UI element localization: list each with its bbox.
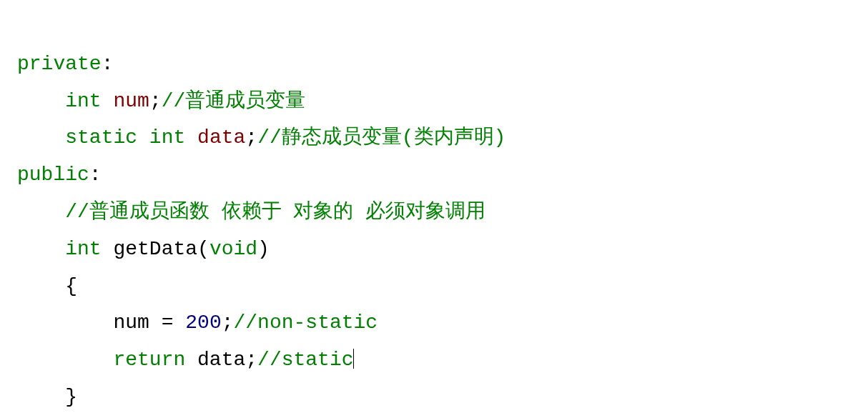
code-line: int num;//普通成员变量 — [17, 90, 305, 112]
indent — [17, 275, 65, 297]
identifier-data: data — [197, 349, 245, 371]
comment: //static — [257, 349, 353, 371]
identifier-num: num — [113, 312, 149, 334]
comment: //静态成员变量(类内声明) — [257, 126, 505, 149]
identifier-num: num — [113, 90, 149, 112]
code-line: { — [17, 275, 77, 297]
brace-close: } — [65, 386, 77, 408]
code-line: //普通成员函数 依赖于 对象的 必须对象调用 — [17, 201, 485, 223]
comment: //non-static — [234, 312, 378, 334]
code-line: } — [17, 386, 77, 408]
function-name: getData — [113, 238, 197, 260]
number-literal: 200 — [185, 312, 221, 334]
colon: : — [89, 164, 102, 186]
identifier-data: data — [197, 126, 245, 149]
indent — [17, 386, 65, 408]
space — [173, 312, 185, 334]
type-int: int — [65, 90, 101, 112]
equals: = — [162, 312, 174, 334]
semicolon: ; — [149, 90, 162, 112]
code-line: static int data;//静态成员变量(类内声明) — [17, 126, 505, 149]
indent — [17, 126, 65, 149]
semicolon: ; — [245, 349, 257, 371]
keyword-public: public — [17, 164, 89, 186]
comment: //普通成员函数 依赖于 对象的 必须对象调用 — [65, 201, 485, 223]
code-line: int getData(void) — [17, 238, 270, 260]
keyword-return: return — [113, 349, 185, 371]
type-void: void — [209, 238, 257, 260]
type-int: int — [149, 126, 185, 149]
indent — [17, 201, 65, 223]
semicolon: ; — [222, 312, 234, 334]
indent — [17, 238, 65, 260]
rparen: ) — [257, 238, 270, 260]
text-cursor — [353, 349, 354, 369]
lparen: ( — [197, 238, 209, 260]
code-block: private: int num;//普通成员变量 static int dat… — [0, 0, 868, 418]
keyword-private: private — [17, 53, 102, 75]
indent — [17, 349, 113, 371]
space — [102, 90, 114, 112]
indent — [17, 90, 65, 112]
code-line: private: — [17, 53, 113, 75]
space — [137, 126, 149, 149]
code-line: public: — [17, 164, 102, 186]
space — [185, 349, 197, 371]
keyword-static: static — [65, 126, 137, 149]
code-line: num = 200;//non-static — [17, 312, 378, 334]
colon: : — [102, 53, 114, 75]
space — [149, 312, 162, 334]
indent — [17, 312, 113, 334]
space — [102, 238, 114, 260]
type-int: int — [65, 238, 101, 260]
space — [185, 126, 197, 149]
brace-open: { — [65, 275, 77, 297]
code-line: return data;//static — [17, 349, 354, 371]
semicolon: ; — [245, 126, 257, 149]
comment: //普通成员变量 — [162, 90, 306, 112]
